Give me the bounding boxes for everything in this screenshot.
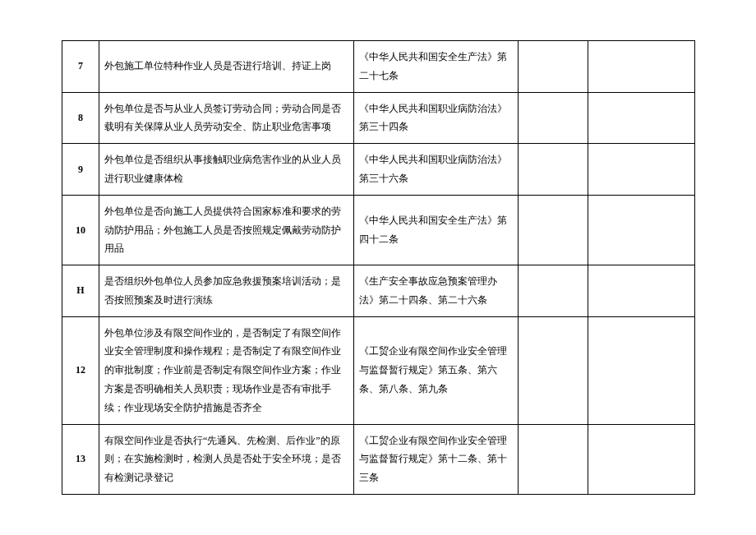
- row-description: 外包单位是否与从业人员签订劳动合同；劳动合同是否载明有关保障从业人员劳动安全、防…: [99, 92, 354, 144]
- row-blank-a: [519, 92, 588, 144]
- row-law: 《生产安全事故应急预案管理办法》第二十四条、第二十六条: [354, 265, 519, 317]
- row-law: 《中华人民共和国职业病防治法》第三十六条: [354, 144, 519, 196]
- row-description: 外包施工单位特种作业人员是否进行培训、持证上岗: [99, 40, 354, 92]
- row-blank-b: [588, 144, 695, 196]
- table-row: H 是否组织外包单位人员参加应急救援预案培训活动；是否按照预案及时进行演练 《生…: [62, 265, 695, 317]
- row-law: 《工贸企业有限空间作业安全管理与监督暂行规定》第十二条、第十三条: [354, 424, 519, 494]
- document-page: 7 外包施工单位特种作业人员是否进行培训、持证上岗 《中华人民共和国安全生产法》…: [62, 40, 694, 495]
- row-blank-a: [519, 424, 588, 494]
- table-row: 10 外包单位是否向施工人员提供符合国家标准和要求的劳动防护用品；外包施工人员是…: [62, 195, 695, 265]
- row-description: 外包单位涉及有限空间作业的，是否制定了有限空间作业安全管理制度和操作规程；是否制…: [99, 316, 354, 424]
- row-blank-a: [519, 40, 588, 92]
- row-number: 9: [62, 144, 99, 196]
- table-row: 7 外包施工单位特种作业人员是否进行培训、持证上岗 《中华人民共和国安全生产法》…: [62, 40, 695, 92]
- row-law: 《工贸企业有限空间作业安全管理与监督暂行规定》第五条、第六条、第八条、第九条: [354, 316, 519, 424]
- row-description: 有限空间作业是否执行“先通风、先检测、后作业”的原则；在实施检测时，检测人员是否…: [99, 424, 354, 494]
- row-blank-b: [588, 424, 695, 494]
- table-row: 13 有限空间作业是否执行“先通风、先检测、后作业”的原则；在实施检测时，检测人…: [62, 424, 695, 494]
- row-number: 10: [62, 195, 99, 265]
- row-blank-b: [588, 40, 695, 92]
- row-blank-a: [519, 265, 588, 317]
- row-blank-b: [588, 265, 695, 317]
- table-row: 12 外包单位涉及有限空间作业的，是否制定了有限空间作业安全管理制度和操作规程；…: [62, 316, 695, 424]
- row-number: 7: [62, 40, 99, 92]
- row-blank-a: [519, 195, 588, 265]
- row-description: 外包单位是否组织从事接触职业病危害作业的从业人员进行职业健康体检: [99, 144, 354, 196]
- row-law: 《中华人民共和国职业病防治法》第三十四条: [354, 92, 519, 144]
- row-number: 13: [62, 424, 99, 494]
- row-blank-b: [588, 195, 695, 265]
- row-number: 8: [62, 92, 99, 144]
- inspection-table: 7 外包施工单位特种作业人员是否进行培训、持证上岗 《中华人民共和国安全生产法》…: [62, 40, 695, 495]
- row-description: 外包单位是否向施工人员提供符合国家标准和要求的劳动防护用品；外包施工人员是否按照…: [99, 195, 354, 265]
- row-law: 《中华人民共和国安全生产法》第四十二条: [354, 195, 519, 265]
- row-description: 是否组织外包单位人员参加应急救援预案培训活动；是否按照预案及时进行演练: [99, 265, 354, 317]
- row-blank-b: [588, 92, 695, 144]
- row-number: H: [62, 265, 99, 317]
- row-blank-a: [519, 144, 588, 196]
- table-row: 8 外包单位是否与从业人员签订劳动合同；劳动合同是否载明有关保障从业人员劳动安全…: [62, 92, 695, 144]
- row-blank-b: [588, 316, 695, 424]
- table-body: 7 外包施工单位特种作业人员是否进行培训、持证上岗 《中华人民共和国安全生产法》…: [62, 40, 695, 494]
- row-number: 12: [62, 316, 99, 424]
- row-law: 《中华人民共和国安全生产法》第二十七条: [354, 40, 519, 92]
- row-blank-a: [519, 316, 588, 424]
- table-row: 9 外包单位是否组织从事接触职业病危害作业的从业人员进行职业健康体检 《中华人民…: [62, 144, 695, 196]
